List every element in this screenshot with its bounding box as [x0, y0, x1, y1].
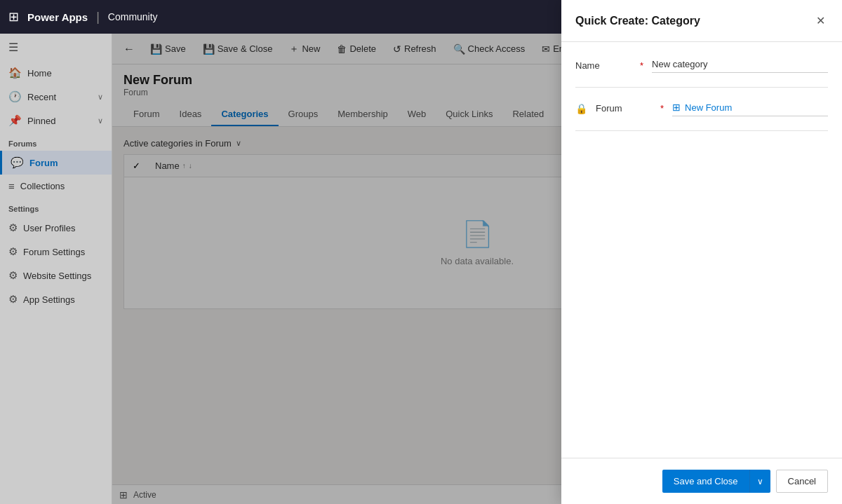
qc-footer: Save and Close ∨ Cancel — [561, 458, 842, 504]
qc-body: Name * 🔒 Forum * ⊞ New Forum — [561, 42, 842, 458]
community-label: Community — [108, 11, 158, 22]
qc-save-close-button[interactable]: Save and Close — [662, 470, 749, 493]
waffle-icon[interactable]: ⊞ — [8, 9, 19, 25]
qc-name-required: * — [640, 56, 643, 71]
lock-icon: 🔒 — [575, 99, 587, 114]
qc-forum-field: 🔒 Forum * ⊞ New Forum — [575, 99, 828, 116]
qc-save-dropdown-button[interactable]: ∨ — [749, 470, 770, 493]
forum-link-icon: ⊞ — [672, 102, 681, 113]
topbar-divider: | — [96, 10, 100, 25]
qc-name-field: Name * — [575, 56, 828, 73]
field-divider-2 — [575, 130, 828, 131]
qc-name-label: Name — [575, 56, 632, 71]
qc-header: Quick Create: Category ✕ — [561, 34, 842, 42]
qc-forum-link[interactable]: ⊞ New Forum — [672, 99, 828, 116]
qc-forum-label: Forum — [596, 99, 652, 114]
qc-forum-link-text: New Forum — [685, 102, 732, 113]
chevron-down-icon-3: ∨ — [757, 477, 763, 486]
main-layout: ☰ 🏠 Home 🕐 Recent ∨ 📌 Pinned ∨ Forums 💬 … — [0, 34, 842, 504]
qc-forum-required: * — [660, 99, 664, 114]
quick-create-panel: Quick Create: Category ✕ Name * 🔒 Forum … — [561, 34, 842, 504]
qc-name-input[interactable] — [652, 56, 828, 73]
app-name: Power Apps — [27, 11, 88, 23]
field-divider-1 — [575, 87, 828, 88]
qc-cancel-button[interactable]: Cancel — [776, 470, 828, 493]
